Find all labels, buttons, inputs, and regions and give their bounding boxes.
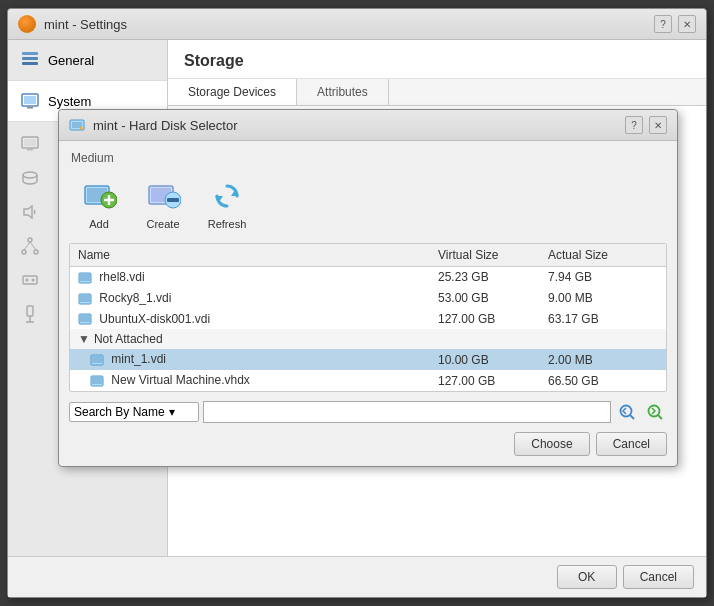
tab-storage-devices[interactable]: Storage Devices	[168, 79, 297, 105]
svg-rect-40	[80, 315, 90, 322]
table-row[interactable]: rhel8.vdi 25.23 GB 7.94 GB	[70, 267, 666, 288]
row-vsize: 25.23 GB	[438, 270, 548, 284]
search-prev-button[interactable]	[615, 400, 639, 424]
svg-point-16	[26, 279, 29, 282]
table-header: Name Virtual Size Actual Size	[70, 244, 666, 267]
col-header-name[interactable]: Name	[78, 248, 438, 262]
svg-point-9	[23, 172, 37, 178]
search-bar: Search By Name ▾	[69, 400, 667, 424]
disk-icon	[78, 312, 92, 326]
svg-rect-32	[167, 198, 179, 202]
add-button[interactable]: Add	[69, 173, 129, 235]
svg-point-23	[80, 127, 83, 130]
svg-line-14	[30, 242, 36, 250]
svg-line-46	[630, 415, 634, 419]
general-icon	[20, 50, 40, 70]
svg-rect-36	[80, 274, 90, 281]
network-icon	[20, 236, 40, 256]
disk-icon	[90, 353, 104, 367]
add-label: Add	[89, 218, 109, 230]
hd-dialog-title: mint - Hard Disk Selector	[93, 118, 617, 133]
row-asize: 7.94 GB	[548, 270, 658, 284]
hd-cancel-button[interactable]: Cancel	[596, 432, 667, 456]
row-asize: 9.00 MB	[548, 291, 658, 305]
disk-icon	[90, 374, 104, 388]
col-header-asize: Actual Size	[548, 248, 658, 262]
hd-dialog-body: Medium Add	[59, 141, 677, 466]
hd-title-bar: mint - Hard Disk Selector ? ✕	[59, 110, 677, 141]
medium-label: Medium	[69, 151, 667, 165]
hd-close-button[interactable]: ✕	[649, 116, 667, 134]
svg-rect-42	[92, 356, 102, 363]
group-arrow: ▼	[78, 332, 90, 346]
col-header-vsize: Virtual Size	[438, 248, 548, 262]
table-row[interactable]: Rocky8_1.vdi 53.00 GB 9.00 MB	[70, 288, 666, 309]
page-title: Storage	[168, 40, 706, 79]
hd-dialog-icon	[69, 117, 85, 133]
svg-point-12	[34, 250, 38, 254]
row-asize: 2.00 MB	[548, 353, 658, 367]
table-row[interactable]: mint_1.vdi 10.00 GB 2.00 MB	[70, 349, 666, 370]
hd-title-controls: ? ✕	[625, 116, 667, 134]
close-button[interactable]: ✕	[678, 15, 696, 33]
row-vsize: 10.00 GB	[438, 353, 548, 367]
title-bar: mint - Settings ? ✕	[8, 9, 706, 40]
svg-rect-44	[92, 377, 102, 384]
search-input[interactable]	[203, 401, 611, 423]
svg-rect-18	[27, 306, 33, 316]
search-dropdown-arrow: ▾	[169, 405, 175, 419]
display-icon	[20, 134, 40, 154]
tabs-bar: Storage Devices Attributes	[168, 79, 706, 106]
svg-point-17	[32, 279, 35, 282]
disk-icon	[78, 292, 92, 306]
svg-point-11	[22, 250, 26, 254]
tab-attributes[interactable]: Attributes	[297, 79, 389, 105]
system-icon	[20, 91, 40, 111]
hd-selector-dialog: mint - Hard Disk Selector ? ✕ Medium	[58, 109, 678, 467]
sidebar-item-general[interactable]: General	[8, 40, 167, 81]
search-type-dropdown[interactable]: Search By Name ▾	[69, 402, 199, 422]
help-button[interactable]: ?	[654, 15, 672, 33]
disk-table: Name Virtual Size Actual Size rhel8.vdi …	[69, 243, 667, 392]
svg-rect-8	[27, 149, 33, 151]
general-label: General	[48, 53, 94, 68]
system-label: System	[48, 94, 91, 109]
create-label: Create	[146, 218, 179, 230]
refresh-icon	[209, 178, 245, 214]
disk-icon	[78, 271, 92, 285]
svg-rect-1	[22, 57, 38, 60]
search-type-label: Search By Name	[74, 405, 165, 419]
choose-button[interactable]: Choose	[514, 432, 589, 456]
main-window: mint - Settings ? ✕ General	[7, 8, 707, 598]
cancel-button[interactable]: Cancel	[623, 565, 694, 589]
ports-icon	[20, 270, 40, 290]
app-icon	[18, 15, 36, 33]
svg-rect-38	[80, 295, 90, 302]
row-name: UbuntuX-disk001.vdi	[78, 312, 438, 327]
row-vsize: 127.00 GB	[438, 374, 548, 388]
svg-rect-0	[22, 52, 38, 55]
row-vsize: 127.00 GB	[438, 312, 548, 326]
svg-line-13	[24, 242, 30, 250]
table-row[interactable]: New Virtual Machine.vhdx 127.00 GB 66.50…	[70, 370, 666, 391]
row-name: rhel8.vdi	[78, 270, 438, 285]
main-bottom-bar: OK Cancel	[8, 556, 706, 597]
refresh-button[interactable]: Refresh	[197, 173, 257, 235]
search-next-button[interactable]	[643, 400, 667, 424]
svg-rect-7	[24, 139, 36, 146]
add-icon	[81, 178, 117, 214]
group-row-not-attached[interactable]: ▼ Not Attached	[70, 329, 666, 349]
table-row[interactable]: UbuntuX-disk001.vdi 127.00 GB 63.17 GB	[70, 309, 666, 330]
ok-button[interactable]: OK	[557, 565, 617, 589]
svg-rect-4	[24, 96, 36, 104]
row-asize: 63.17 GB	[548, 312, 658, 326]
svg-rect-15	[23, 276, 37, 284]
svg-rect-5	[27, 107, 33, 109]
table-body: rhel8.vdi 25.23 GB 7.94 GB Rocky8_1.vdi …	[70, 267, 666, 391]
svg-rect-2	[22, 62, 38, 65]
group-label: Not Attached	[94, 332, 163, 346]
svg-point-10	[28, 238, 32, 242]
create-button[interactable]: Create	[133, 173, 193, 235]
svg-line-48	[658, 415, 662, 419]
hd-help-button[interactable]: ?	[625, 116, 643, 134]
